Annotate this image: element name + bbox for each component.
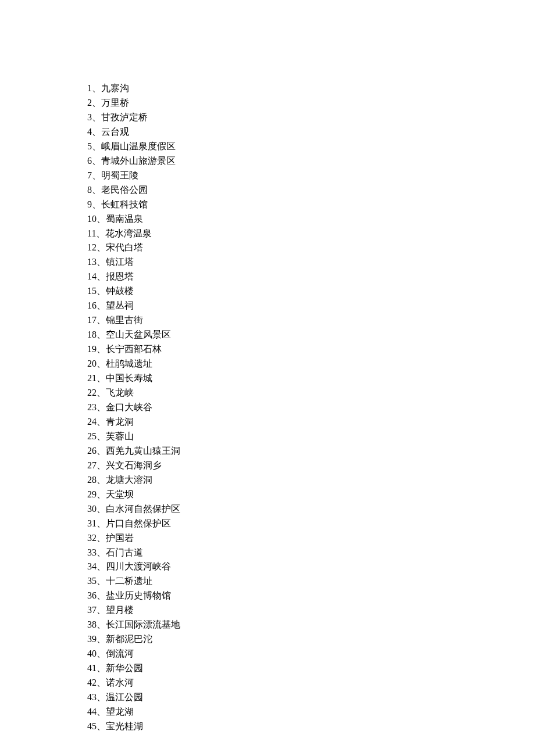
item-text: 空山天盆风景区 (106, 329, 171, 339)
item-number: 28 (87, 475, 97, 485)
item-separator: 、 (97, 721, 106, 731)
item-number: 43 (87, 692, 97, 702)
item-number: 32 (87, 533, 97, 543)
item-separator: 、 (97, 431, 106, 441)
item-separator: 、 (92, 199, 101, 209)
list-item: 11、花水湾温泉 (87, 227, 535, 241)
item-separator: 、 (97, 489, 106, 499)
item-number: 20 (87, 359, 97, 368)
item-separator: 、 (97, 446, 106, 456)
list-item: 3、甘孜泸定桥 (87, 110, 535, 125)
list-item: 25、芙蓉山 (87, 429, 535, 444)
item-separator: 、 (97, 663, 106, 673)
item-number: 34 (87, 561, 97, 571)
item-separator: 、 (92, 185, 101, 195)
item-text: 四川大渡河峡谷 (106, 561, 171, 571)
item-text: 飞龙峡 (106, 388, 134, 397)
list-item: 26、西羌九黄山猿王洞 (87, 444, 535, 458)
item-number: 17 (87, 315, 97, 325)
list-item: 15、钟鼓楼 (87, 284, 535, 299)
item-text: 芙蓉山 (106, 431, 134, 441)
item-number: 42 (87, 678, 97, 687)
item-text: 青龙洞 (106, 417, 134, 427)
list-item: 5、峨眉山温泉度假区 (87, 139, 535, 154)
item-text: 花水湾温泉 (105, 228, 152, 238)
item-text: 白水河自然保护区 (106, 504, 180, 514)
item-number: 41 (87, 663, 97, 673)
item-separator: 、 (97, 518, 106, 528)
item-text: 万里桥 (101, 98, 129, 108)
item-number: 10 (87, 214, 97, 224)
item-separator: 、 (97, 619, 106, 629)
item-separator: 、 (97, 417, 106, 427)
item-text: 龙塘大溶洞 (106, 475, 152, 485)
item-separator: 、 (97, 402, 106, 412)
item-text: 峨眉山温泉度假区 (101, 141, 176, 151)
item-number: 3 (87, 112, 92, 122)
item-text: 长虹科技馆 (101, 199, 148, 209)
list-item: 33、石门古道 (87, 546, 535, 560)
item-number: 18 (87, 329, 97, 339)
list-item: 38、长江国际漂流基地 (87, 618, 535, 632)
item-number: 13 (87, 257, 97, 267)
item-number: 29 (87, 489, 97, 499)
list-item: 10、蜀南温泉 (87, 212, 535, 227)
item-separator: 、 (97, 329, 106, 339)
item-text: 新华公园 (106, 663, 143, 673)
item-text: 长宁西部石林 (106, 344, 162, 354)
list-item: 31、片口自然保护区 (87, 517, 535, 531)
item-separator: 、 (97, 388, 106, 397)
item-separator: 、 (97, 605, 106, 615)
item-number: 9 (87, 199, 92, 209)
list-item: 2、万里桥 (87, 96, 535, 110)
item-number: 2 (87, 98, 92, 108)
item-number: 23 (87, 402, 97, 412)
item-text: 杜鹃城遗址 (106, 359, 152, 368)
item-separator: 、 (97, 648, 106, 658)
item-text: 望月楼 (106, 605, 134, 615)
item-text: 护国岩 (106, 533, 134, 543)
item-text: 青城外山旅游景区 (101, 156, 176, 166)
item-number: 30 (87, 504, 97, 514)
item-number: 15 (87, 286, 97, 296)
item-text: 报恩塔 (106, 271, 134, 281)
item-separator: 、 (97, 373, 106, 383)
list-item: 24、青龙洞 (87, 415, 535, 429)
list-item: 45、宝光桂湖 (87, 719, 535, 734)
item-number: 24 (87, 417, 97, 427)
list-item: 36、盐业历史博物馆 (87, 589, 535, 603)
item-separator: 、 (97, 286, 106, 296)
item-text: 温江公园 (106, 692, 143, 702)
item-number: 21 (87, 373, 97, 383)
item-separator: 、 (92, 170, 101, 180)
item-number: 11 (87, 228, 96, 238)
item-number: 19 (87, 344, 97, 354)
item-separator: 、 (97, 707, 106, 716)
list-item: 23、金口大峡谷 (87, 400, 535, 415)
item-number: 37 (87, 605, 97, 615)
item-number: 31 (87, 518, 97, 528)
list-item: 9、长虹科技馆 (87, 198, 535, 212)
item-text: 锦里古街 (106, 315, 143, 325)
item-text: 西羌九黄山猿王洞 (106, 446, 180, 456)
item-separator: 、 (97, 692, 106, 702)
item-text: 老民俗公园 (101, 185, 148, 195)
item-number: 4 (87, 127, 92, 137)
item-number: 36 (87, 590, 97, 600)
item-text: 新都泥巴沱 (106, 634, 152, 644)
item-separator: 、 (97, 300, 106, 310)
item-number: 12 (87, 242, 97, 252)
item-separator: 、 (97, 460, 106, 470)
item-number: 44 (87, 707, 97, 716)
item-number: 27 (87, 460, 97, 470)
item-number: 25 (87, 431, 97, 441)
list-item: 19、长宁西部石林 (87, 342, 535, 357)
list-item: 42、诺水河 (87, 676, 535, 690)
list-item: 29、天堂坝 (87, 488, 535, 502)
list-item: 44、望龙湖 (87, 705, 535, 719)
item-text: 天堂坝 (106, 489, 134, 499)
item-separator: 、 (97, 504, 106, 514)
list-item: 21、中国长寿城 (87, 371, 535, 386)
item-separator: 、 (97, 214, 106, 224)
item-separator: 、 (92, 83, 101, 93)
